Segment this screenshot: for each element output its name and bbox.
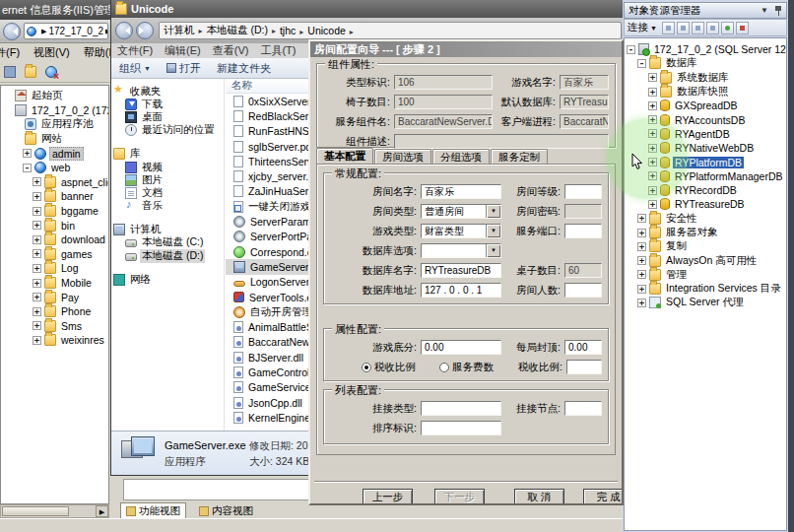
oe-tree-item[interactable]: + SQL Server 代理 <box>625 296 786 309</box>
oe-tree-item[interactable]: + RYAgentDB <box>625 127 786 141</box>
expander-icon[interactable]: + <box>637 256 646 265</box>
breadcrumb-segment[interactable]: 本地磁盘 (D:) <box>207 24 280 37</box>
horizontal-scrollbar[interactable]: ▶ <box>0 504 109 518</box>
service-fee-radio[interactable] <box>439 363 449 372</box>
expander-icon[interactable]: + <box>33 307 41 316</box>
oe-tree-item[interactable]: + Integration Services 目录 <box>625 282 786 296</box>
tab[interactable]: 分组选项 <box>432 149 490 165</box>
expander-icon[interactable]: + <box>648 171 657 180</box>
menu-item[interactable]: 查看(V) <box>213 43 249 58</box>
forward-button[interactable] <box>136 22 154 39</box>
error-log-icon[interactable] <box>736 22 749 34</box>
field-input[interactable]: BaccaratNew.EXE <box>560 114 609 129</box>
field-input[interactable] <box>564 184 602 199</box>
iis-tree-item[interactable]: + bggame <box>1 204 108 219</box>
expander-icon[interactable]: + <box>648 158 657 166</box>
iis-tree-item[interactable]: 起始页 <box>1 89 108 103</box>
iis-tree-item[interactable]: - web <box>1 161 108 175</box>
refresh-icon[interactable] <box>721 22 734 34</box>
breadcrumb-segment[interactable]: tjhc <box>280 25 307 36</box>
view-tab[interactable]: 内容视图 <box>194 503 258 519</box>
oe-tree-item[interactable]: + RYPlatformDB <box>625 155 786 168</box>
oe-tree-item[interactable]: + RYRecordDB <box>625 183 786 197</box>
expander-icon[interactable]: + <box>637 285 646 294</box>
wizard-button[interactable]: 下一步 <box>434 489 485 505</box>
wizard-button[interactable]: 上一步 <box>363 489 413 505</box>
expander-icon[interactable]: + <box>637 299 646 307</box>
field-input[interactable]: 普通房间 <box>421 204 501 219</box>
iis-address-field[interactable]: ▶ 172_17_0_2 ▶ <box>24 23 108 39</box>
expander-icon[interactable]: + <box>648 101 657 110</box>
oe-tree-item[interactable]: + 数据库快照 <box>625 85 786 99</box>
field-input[interactable] <box>421 401 501 416</box>
tab[interactable]: 房间选项 <box>374 149 431 165</box>
expander-icon[interactable]: - <box>637 59 646 68</box>
iis-tree-item[interactable]: + admin <box>1 146 108 161</box>
pin-icon[interactable] <box>774 6 782 16</box>
expander-icon[interactable]: + <box>637 214 646 223</box>
oe-tree-item[interactable]: + RYAccountsDB <box>625 112 786 126</box>
menu-item[interactable]: 编辑(E) <box>165 43 201 58</box>
tax-ratio-radio[interactable] <box>362 363 371 372</box>
oe-tree-item[interactable]: + AlwaysOn 高可用性 <box>625 253 786 267</box>
chevron-down-icon[interactable]: ▼ <box>761 6 768 15</box>
field-input[interactable] <box>564 283 602 298</box>
field-input[interactable]: RYTreasureDB <box>421 263 501 278</box>
iis-tree-item[interactable]: + Sms <box>1 319 108 334</box>
expander-icon[interactable]: + <box>648 129 657 138</box>
field-input[interactable] <box>421 243 501 258</box>
sidebar-item[interactable]: 音乐 <box>111 200 224 213</box>
sidebar-item[interactable]: 收藏夹 <box>111 85 224 98</box>
menu-item[interactable]: 文件(F) <box>0 45 20 60</box>
expander-icon[interactable]: + <box>33 321 41 330</box>
oe-tree-item[interactable]: + RYTreasureDB <box>625 197 786 211</box>
menu-item[interactable]: 工具(T) <box>260 43 296 58</box>
expander-icon[interactable]: + <box>637 242 646 251</box>
expander-icon[interactable]: + <box>33 192 41 201</box>
sidebar-item[interactable]: 视频 <box>111 161 224 173</box>
oe-tree-item[interactable]: + GXSpreadDB <box>625 99 786 112</box>
sidebar-item[interactable]: 计算机 <box>111 224 224 236</box>
iis-tree-item[interactable]: 网站 <box>1 132 108 147</box>
tax-ratio-input[interactable] <box>566 360 602 374</box>
iis-tree-item[interactable]: + aspnet_client <box>1 175 108 190</box>
oe-tree-item[interactable]: + 服务器对象 <box>625 226 786 239</box>
wizard-button[interactable]: 完 成 <box>583 489 624 505</box>
iis-tree-item[interactable]: + games <box>1 247 108 262</box>
sidebar-item[interactable]: 最近访问的位置 <box>111 124 224 137</box>
scroll-right-arrow-icon[interactable]: ▶ <box>96 505 108 517</box>
field-input[interactable]: 100 <box>394 95 493 109</box>
field-input[interactable] <box>421 421 501 435</box>
field-input[interactable]: 127 . 0 . 0 . 1 <box>421 283 501 298</box>
field-input[interactable]: BaccaratNewServer.DLL <box>394 114 493 129</box>
iis-tree-item[interactable]: + Phone <box>1 304 108 319</box>
field-input[interactable] <box>564 224 602 238</box>
field-input[interactable]: 财富类型 <box>421 224 501 238</box>
oe-tree-item[interactable]: - 172_17_0_2 (SQL Server 12.0.2000 <box>625 42 786 56</box>
iis-tree-item[interactable]: + Mobile <box>1 276 108 291</box>
field-input[interactable]: 百家乐 <box>560 75 609 90</box>
sidebar-item[interactable]: 图片 <box>111 173 224 186</box>
menu-item[interactable]: 文件(F) <box>117 43 153 58</box>
expander-icon[interactable]: - <box>23 164 32 172</box>
server-disconnect-icon[interactable] <box>677 22 690 34</box>
expander-icon[interactable]: + <box>33 336 41 345</box>
open-button[interactable]: 打开 <box>166 61 201 76</box>
tab[interactable]: 基本配置 <box>316 148 373 165</box>
expander-icon[interactable]: + <box>33 249 41 258</box>
sidebar-item[interactable]: 本地磁盘 (C:) <box>111 236 224 249</box>
organize-button[interactable]: 组织 ▼ <box>119 61 151 76</box>
globe-stop-icon[interactable] <box>45 66 57 78</box>
folder-icon[interactable] <box>25 66 36 78</box>
iis-tree-item[interactable]: 172_17_0_2 (172_17_0_2\Ad <box>1 103 108 118</box>
chevron-down-icon[interactable]: ▼ <box>650 25 657 32</box>
expander-icon[interactable]: + <box>648 144 657 153</box>
iis-tree-item[interactable]: + download <box>1 233 108 247</box>
field-input[interactable] <box>564 401 602 416</box>
breadcrumb[interactable]: 计算机本地磁盘 (D:)tjhcUnicode <box>159 22 622 39</box>
iis-tree-item[interactable]: + Pay <box>1 290 108 304</box>
sidebar-item[interactable]: 网络 <box>111 273 224 286</box>
oe-tree-item[interactable]: + RYPlatformManagerDB <box>625 169 786 183</box>
sidebar-item[interactable]: 库 <box>111 148 224 161</box>
breadcrumb-segment[interactable]: Unicode <box>307 25 358 36</box>
